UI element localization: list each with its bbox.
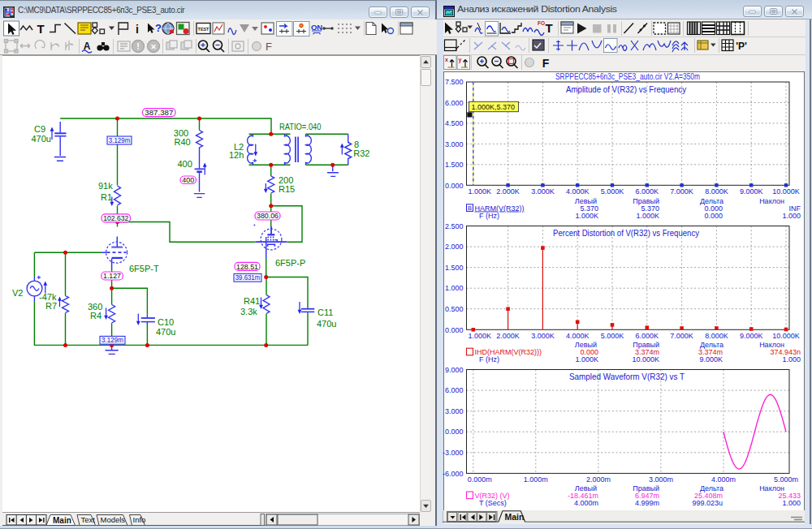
svg-text:1.000: 1.000: [445, 284, 464, 292]
svg-text:4.500: 4.500: [445, 119, 464, 127]
svg-text:3.000K: 3.000K: [531, 332, 555, 340]
svg-text:9.000K: 9.000K: [740, 187, 763, 196]
svg-text:FO: FO: [538, 20, 545, 26]
svg-text:1.000m: 1.000m: [524, 475, 548, 484]
svg-text:3.000: 3.000: [445, 407, 464, 415]
svg-text:470u: 470u: [317, 319, 336, 329]
svg-text:R40: R40: [175, 137, 191, 147]
svg-text:6.000K: 6.000K: [636, 187, 659, 196]
svg-text:91k: 91k: [98, 181, 113, 191]
svg-text:✕: ✕: [150, 43, 157, 51]
svg-text:R41: R41: [244, 296, 260, 306]
svg-text:R15: R15: [279, 184, 295, 194]
svg-text:400: 400: [182, 175, 194, 184]
svg-text:F (Hz): F (Hz): [479, 355, 499, 363]
svg-text:6F5P-P: 6F5P-P: [275, 258, 305, 268]
svg-text:F (Hz): F (Hz): [479, 212, 499, 220]
svg-text:Sampled Waveform V(R32) vs T: Sampled Waveform V(R32) vs T: [569, 372, 685, 381]
svg-text:T: T: [545, 21, 552, 35]
svg-text:T (Secs): T (Secs): [479, 499, 507, 507]
svg-text:3.3k: 3.3k: [240, 307, 257, 316]
svg-text:?: ?: [155, 22, 162, 34]
svg-text:300: 300: [174, 128, 188, 138]
svg-text:C9: C9: [34, 124, 45, 134]
svg-text:2.000: 2.000: [445, 243, 464, 251]
svg-text:5.000m: 5.000m: [774, 475, 798, 484]
svg-text:C11: C11: [317, 308, 333, 317]
svg-text:2.000m: 2.000m: [586, 475, 611, 484]
svg-text:10.000K: 10.000K: [772, 187, 800, 196]
svg-text:R1: R1: [101, 192, 112, 202]
svg-text:1.500: 1.500: [445, 264, 464, 272]
svg-text:-3.000: -3.000: [443, 449, 464, 457]
svg-text:0.000m: 0.000m: [468, 475, 492, 484]
svg-text:x: x: [445, 57, 448, 62]
svg-text:3.129m: 3.129m: [109, 135, 131, 144]
svg-text:9.000K: 9.000K: [740, 332, 763, 340]
svg-text:128.51: 128.51: [236, 262, 258, 271]
svg-text:470u: 470u: [156, 327, 175, 337]
svg-text:1.500: 1.500: [445, 161, 464, 169]
svg-text:Main: Main: [53, 516, 71, 525]
svg-text:!: !: [136, 41, 140, 51]
svg-text:R4: R4: [90, 311, 102, 320]
svg-text:0.000: 0.000: [445, 326, 464, 334]
svg-text:Models: Models: [101, 515, 126, 524]
svg-text:'P': 'P': [736, 41, 747, 52]
svg-text:1.127: 1.127: [103, 271, 121, 280]
svg-text:6.000: 6.000: [445, 386, 464, 394]
svg-text:1.000: 1.000: [782, 499, 801, 507]
svg-text:10.000K: 10.000K: [772, 332, 800, 340]
svg-text:7.500: 7.500: [445, 78, 464, 86]
svg-text:V2: V2: [12, 288, 23, 298]
svg-text:10.000K: 10.000K: [632, 355, 659, 363]
svg-text:SRPPECC85+6n3c_PSE3_auto.cir V: SRPPECC85+6n3c_PSE3_auto.cir V2.A=350m: [555, 72, 700, 81]
svg-text:3.000K: 3.000K: [531, 187, 555, 196]
svg-text:Main: Main: [505, 512, 525, 522]
svg-text:T: T: [37, 22, 44, 36]
svg-text:ON: ON: [311, 23, 322, 32]
svg-text:1.000K: 1.000K: [575, 355, 598, 363]
svg-text:C10: C10: [158, 317, 174, 327]
svg-text:4.000m: 4.000m: [574, 499, 598, 507]
svg-text:R7: R7: [45, 301, 57, 311]
svg-text:Info: Info: [133, 515, 146, 524]
svg-text:5.000K: 5.000K: [601, 187, 624, 196]
svg-text:0.000: 0.000: [704, 212, 723, 220]
svg-text:8.000K: 8.000K: [705, 332, 728, 340]
svg-text:-6.000: -6.000: [443, 470, 464, 478]
svg-text:470u: 470u: [32, 134, 51, 144]
svg-text:0.000: 0.000: [445, 182, 464, 190]
svg-text:9.000: 9.000: [445, 366, 464, 374]
svg-text:1.000K: 1.000K: [469, 332, 492, 340]
svg-text:1.000: 1.000: [782, 212, 801, 220]
svg-text:9.000K: 9.000K: [699, 355, 723, 363]
svg-text:1.000K,5.370: 1.000K,5.370: [472, 103, 516, 111]
svg-text:6F5P-T: 6F5P-T: [129, 264, 159, 273]
svg-text:7.000K: 7.000K: [670, 332, 693, 340]
svg-text:F: F: [266, 41, 272, 53]
svg-text:i: i: [136, 23, 139, 36]
svg-text:TEST: TEST: [198, 27, 209, 32]
svg-text:3.000m: 3.000m: [649, 475, 673, 484]
svg-text:Percent Distortion of V(R32) v: Percent Distortion of V(R32) vs Frequenc…: [553, 228, 699, 238]
svg-text:4.999m: 4.999m: [635, 499, 659, 507]
svg-text:6.000K: 6.000K: [636, 332, 659, 340]
svg-text:1.000K: 1.000K: [469, 187, 492, 196]
svg-text:2.000K: 2.000K: [496, 332, 520, 340]
svg-text:1.000: 1.000: [782, 355, 801, 363]
svg-text:F: F: [542, 57, 550, 70]
svg-text:102.632: 102.632: [103, 213, 128, 222]
svg-text:RATIO=.040: RATIO=.040: [279, 122, 322, 131]
svg-text:8.000K: 8.000K: [705, 187, 728, 196]
svg-text:B: B: [468, 204, 472, 212]
svg-text:4.000m: 4.000m: [711, 475, 736, 484]
svg-text:6.000: 6.000: [445, 99, 464, 107]
svg-text:Text: Text: [81, 515, 96, 524]
svg-text:0.000: 0.000: [445, 428, 464, 436]
svg-text:0.500: 0.500: [445, 305, 464, 313]
svg-text:y: y: [459, 57, 462, 63]
svg-text:2.000K: 2.000K: [496, 187, 520, 196]
svg-text:3.000: 3.000: [445, 140, 464, 148]
svg-text:4.000K: 4.000K: [566, 187, 590, 196]
